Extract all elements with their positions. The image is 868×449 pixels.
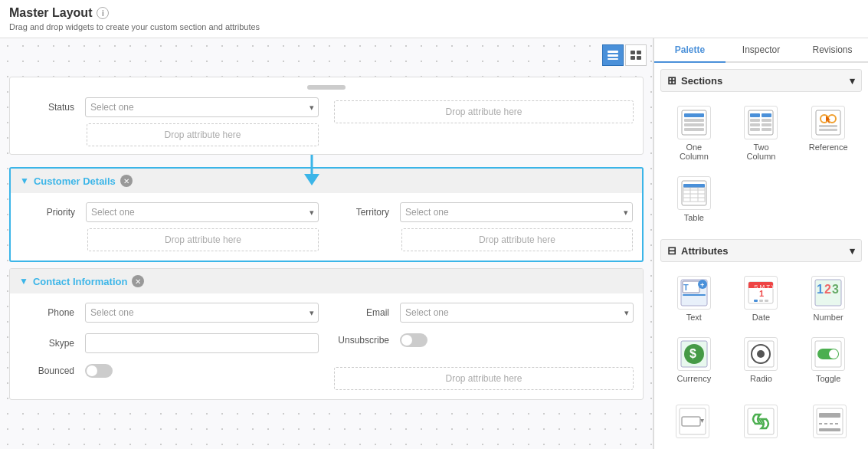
svg-marker-8: [304, 174, 319, 185]
attributes-panel-title: Attributes: [681, 245, 728, 257]
tab-palette[interactable]: Palette: [654, 38, 726, 63]
svg-text:3: 3: [832, 283, 839, 296]
tab-revisions[interactable]: Revisions: [797, 38, 868, 63]
attributes-panel-icon: ⊟: [667, 244, 676, 257]
sections-panel-header[interactable]: ⊞ Sections ▾: [660, 69, 862, 92]
skype-unsubscribe-row: Skype Unsubscribe: [19, 333, 634, 359]
svg-rect-0: [608, 51, 618, 53]
unsubscribe-toggle[interactable]: [400, 333, 427, 347]
link-attribute-widget[interactable]: [729, 400, 794, 446]
customer-details-fields-row: Priority Select one Drop attribute here: [20, 202, 633, 251]
sections-panel-icon: ⊞: [667, 74, 676, 87]
sections-header-content: ⊞ Sections: [667, 74, 722, 87]
section-break-icon: [813, 405, 847, 438]
sections-widget-grid: OneColumn: [660, 98, 862, 230]
radio-attribute-widget[interactable]: Radio: [731, 333, 792, 388]
currency-attribute-widget[interactable]: $ Currency: [663, 333, 725, 388]
status-field-group: Status Select one Drop attribute here: [19, 97, 319, 146]
customer-details-toggle[interactable]: ▼: [20, 175, 29, 186]
contact-info-title[interactable]: Contact Information: [33, 276, 128, 287]
status-label: Status: [19, 102, 80, 113]
reference-widget[interactable]: Reference: [798, 101, 859, 166]
svg-rect-18: [762, 119, 771, 122]
info-icon[interactable]: i: [97, 7, 109, 19]
link-attribute-icon: [744, 405, 778, 438]
unsubscribe-field-row: Unsubscribe: [334, 333, 634, 347]
main-area: Status Select one Drop attribute here D: [0, 38, 868, 449]
text-attribute-widget[interactable]: T + Text: [663, 271, 725, 326]
reference-label: Reference: [809, 143, 848, 152]
multi-view-button[interactable]: [625, 44, 647, 66]
attributes-panel-header[interactable]: ⊟ Attributes ▾: [660, 239, 862, 262]
canvas-area[interactable]: Status Select one Drop attribute here D: [0, 38, 653, 449]
territory-drop-zone[interactable]: Drop attribute here: [401, 228, 633, 251]
top-left-drop-zone[interactable]: Drop attribute here: [87, 123, 319, 146]
date-attribute-widget[interactable]: S M T W T F S 1 Date: [731, 271, 792, 326]
one-column-label: OneColumn: [680, 143, 709, 161]
attributes-widget-grid: T + Text: [660, 268, 862, 391]
canvas-content: Status Select one Drop attribute here D: [0, 38, 653, 415]
page-title: Master Layout i: [9, 6, 859, 20]
priority-drop-zone[interactable]: Drop attribute here: [87, 228, 319, 251]
phone-select[interactable]: Select one: [85, 303, 319, 323]
svg-text:+: +: [700, 281, 704, 289]
svg-rect-4: [637, 51, 641, 54]
radio-attribute-icon: [744, 337, 778, 371]
status-select[interactable]: Select one: [85, 97, 319, 117]
email-select[interactable]: Select one: [400, 303, 634, 323]
top-right-drop-zone[interactable]: Drop attribute here: [334, 100, 634, 123]
text-attribute-icon: T +: [677, 276, 711, 310]
svg-rect-20: [762, 123, 771, 126]
svg-rect-30: [683, 184, 705, 188]
one-column-widget[interactable]: OneColumn: [663, 101, 725, 166]
top-fields-row: Status Select one Drop attribute here D: [19, 97, 634, 146]
skype-input[interactable]: [85, 333, 319, 353]
customer-details-header: ▼ Customer Details ✕: [11, 169, 642, 193]
bounced-field-row: Bounced: [19, 364, 319, 378]
territory-field-row: Territory Select one: [334, 202, 633, 222]
svg-text:2: 2: [824, 283, 831, 296]
bounced-toggle[interactable]: [85, 364, 113, 378]
priority-select[interactable]: Select one: [86, 202, 319, 222]
attributes-chevron-icon: ▾: [850, 245, 855, 257]
tab-inspector[interactable]: Inspector: [726, 38, 797, 63]
dropdown-attribute-icon: [676, 405, 709, 438]
table-widget[interactable]: Table: [663, 172, 725, 227]
number-attribute-widget[interactable]: 1 2 3 Number: [798, 271, 859, 326]
svg-rect-5: [631, 56, 635, 60]
right-panel: Palette Inspector Revisions ⊞ Sections ▾: [653, 38, 868, 449]
svg-text:1: 1: [759, 289, 764, 298]
dropdown-attribute-widget[interactable]: [660, 400, 725, 446]
svg-rect-21: [750, 128, 760, 131]
section-break-widget[interactable]: [798, 400, 862, 446]
skype-field-group: Skype: [19, 333, 319, 359]
contact-info-toggle[interactable]: ▼: [19, 276, 28, 287]
customer-details-title[interactable]: Customer Details: [34, 175, 116, 187]
toggle-attribute-widget[interactable]: Toggle: [798, 333, 859, 388]
svg-rect-6: [637, 56, 641, 60]
email-field-row: Email Select one: [334, 303, 634, 323]
status-select-wrapper: Select one: [85, 97, 319, 117]
single-view-button[interactable]: [602, 44, 624, 66]
customer-details-close[interactable]: ✕: [120, 175, 133, 187]
table-label: Table: [684, 213, 704, 222]
territory-select[interactable]: Select one: [400, 202, 633, 222]
bottom-widgets-row: [660, 400, 862, 446]
contact-drop-zone[interactable]: Drop attribute here: [334, 367, 634, 390]
contact-info-close[interactable]: ✕: [132, 275, 144, 287]
title-text: Master Layout: [9, 6, 92, 20]
sections-panel-title: Sections: [681, 75, 722, 87]
skype-label: Skype: [19, 338, 80, 349]
two-column-widget[interactable]: TwoColumn: [731, 101, 792, 166]
reference-icon: [811, 106, 845, 139]
svg-rect-2: [608, 58, 618, 60]
contact-drop-zone-group: Drop attribute here: [334, 364, 634, 390]
panel-tabs: Palette Inspector Revisions: [654, 38, 868, 63]
svg-rect-39: [683, 294, 706, 296]
svg-text:T: T: [683, 283, 689, 292]
svg-rect-1: [608, 54, 618, 57]
date-attribute-icon: S M T W T F S 1: [744, 276, 778, 310]
top-partial-section: Status Select one Drop attribute here D: [9, 77, 644, 155]
bounced-label: Bounced: [19, 365, 80, 376]
priority-label: Priority: [20, 207, 81, 218]
